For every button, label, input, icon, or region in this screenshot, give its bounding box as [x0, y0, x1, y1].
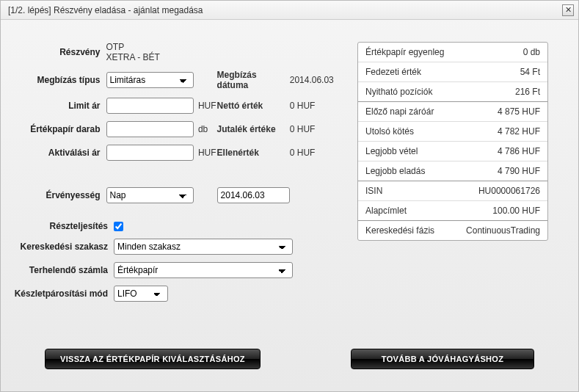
back-button[interactable]: VISSZA AZ ÉRTÉKPAPÍR KIVÁLASZTÁSÁHOZ: [45, 349, 261, 369]
trading-phase-select[interactable]: Minden szakasz: [114, 239, 293, 255]
title-bar: [1/2. lépés] Részvény eladása - ajánlat …: [1, 1, 578, 20]
net-value: 0 HUF: [290, 101, 337, 111]
limit-price-label: Limit ár: [14, 101, 106, 111]
matching-select[interactable]: LIFO: [114, 286, 168, 302]
order-date-label: Megbízás dátuma: [217, 70, 290, 90]
activation-input[interactable]: [106, 145, 194, 161]
panel-k: Értékpapír egyenleg: [365, 47, 444, 57]
validity-date-input[interactable]: [217, 187, 290, 203]
panel-k: Előző napi záróár: [365, 106, 434, 117]
partial-checkbox[interactable]: [114, 222, 123, 231]
stock-code: OTP: [106, 42, 194, 52]
next-button[interactable]: TOVÁBB A JÓVÁHAGYÁSHOZ: [351, 349, 534, 369]
order-type-select[interactable]: Limitáras: [106, 72, 194, 88]
panel-k: Legjobb vétel: [365, 146, 418, 156]
panel-v: ContinuousTrading: [466, 225, 540, 236]
panel-k: Fedezeti érték: [365, 67, 421, 77]
activation-unit: HUF: [194, 148, 217, 158]
limit-price-unit: HUF: [194, 101, 217, 111]
matching-label: Készletpárosítási mód: [14, 289, 114, 299]
window-title: [1/2. lépés] Részvény eladása - ajánlat …: [8, 5, 203, 15]
panel-v: 4 782 HUF: [498, 126, 540, 137]
info-panel: Értékpapír egyenleg0 db Fedezeti érték54…: [357, 42, 548, 309]
panel-k: Alapcímlet: [365, 206, 407, 216]
dialog-window: [1/2. lépés] Részvény eladása - ajánlat …: [0, 0, 579, 392]
partial-label: Részteljesítés: [14, 221, 114, 231]
qty-input[interactable]: [106, 121, 194, 137]
panel-v: 0 db: [523, 47, 540, 57]
panel-k: Nyitható pozíciók: [365, 87, 432, 97]
panel-k: Legjobb eladás: [365, 166, 425, 176]
total-label: Ellenérték: [217, 148, 290, 158]
limit-price-input[interactable]: [106, 98, 194, 114]
panel-v: 54 Ft: [520, 67, 540, 77]
net-label: Nettó érték: [217, 101, 290, 111]
panel-k: ISIN: [365, 186, 382, 196]
order-form: Részvény OTP XETRA - BÉT Megbízás típus …: [14, 42, 337, 309]
stock-label: Részvény: [14, 47, 106, 57]
trading-phase-label: Kereskedési szakasz: [14, 242, 114, 252]
activation-label: Aktiválási ár: [14, 148, 106, 158]
validity-select[interactable]: Nap: [106, 187, 194, 203]
panel-v: HU0000061726: [478, 186, 540, 196]
panel-v: 4 790 HUF: [498, 166, 540, 176]
panel-v: 4 875 HUF: [498, 106, 540, 117]
commission-label: Jutalék értéke: [217, 124, 290, 134]
panel-k: Kereskedési fázis: [365, 225, 434, 236]
order-date-value: 2014.06.03: [290, 75, 337, 85]
panel-v: 100.00 HUF: [492, 206, 540, 216]
close-icon[interactable]: ✕: [562, 4, 574, 16]
account-select[interactable]: Értékpapír: [114, 262, 293, 278]
account-label: Terhelendő számla: [14, 265, 114, 275]
qty-unit: db: [194, 124, 217, 134]
stock-market: XETRA - BÉT: [106, 52, 194, 62]
qty-label: Értékpapír darab: [14, 124, 106, 134]
total-value: 0 HUF: [290, 148, 337, 158]
panel-v: 216 Ft: [515, 87, 540, 97]
commission-value: 0 HUF: [290, 124, 337, 134]
panel-k: Utolsó kötés: [365, 126, 414, 137]
validity-label: Érvényesség: [14, 190, 106, 200]
panel-v: 4 786 HUF: [498, 146, 540, 156]
order-type-label: Megbízás típus: [14, 75, 106, 85]
